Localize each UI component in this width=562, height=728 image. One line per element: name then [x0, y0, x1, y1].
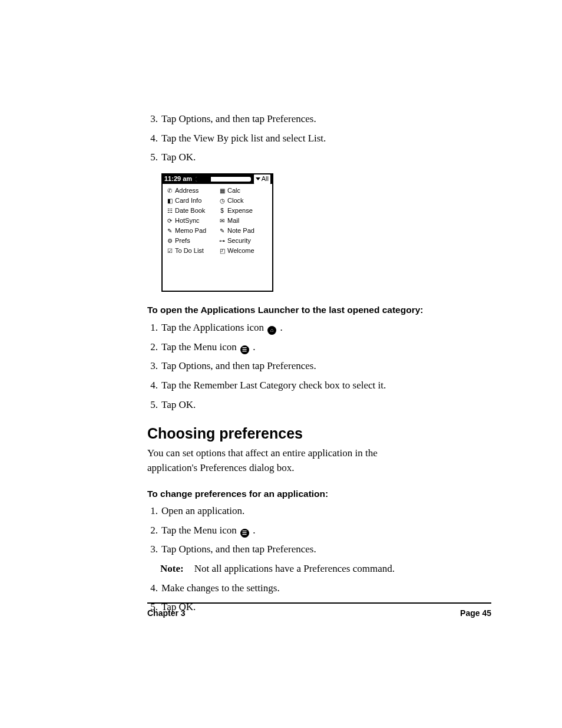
list-marker: 3.	[147, 112, 158, 127]
app-label: Security	[227, 236, 251, 246]
list-item: 5. Tap OK.	[147, 150, 491, 165]
category-picker[interactable]: All	[254, 174, 270, 184]
list-item: 3. Tap Options, and then tap Preferences…	[147, 359, 491, 374]
app-list: ✆Address◧Card Info☷Date Book⟳HotSync✎Mem…	[163, 184, 272, 291]
note-block: Note: Not all applications have a Prefer…	[160, 562, 491, 577]
list-item: 3. Tap Options, and then tap Preferences…	[147, 542, 491, 557]
todo-icon: ☑	[166, 248, 173, 254]
list-marker: 5.	[147, 150, 158, 165]
note-text: Not all applications have a Preferences …	[194, 562, 395, 577]
app-launcher-item[interactable]: ☑To Do List	[166, 246, 216, 256]
ordered-list-top: 3. Tap Options, and then tap Preferences…	[147, 112, 491, 165]
document-page: 3. Tap Options, and then tap Preferences…	[0, 0, 562, 728]
battery-fill	[196, 177, 211, 182]
calc-icon: ▦	[219, 187, 226, 194]
memopad-icon: ✎	[166, 228, 173, 234]
list-text: Tap the View By pick list and select Lis…	[161, 131, 491, 146]
list-marker: 1.	[147, 504, 158, 519]
app-label: Memo Pad	[175, 226, 206, 236]
app-launcher-item[interactable]: ☷Date Book	[166, 206, 216, 216]
datebook-icon: ☷	[166, 207, 173, 214]
mail-icon: ✉	[219, 218, 226, 224]
chevron-down-icon	[256, 177, 260, 180]
footer-page-number: Page 45	[460, 607, 491, 619]
app-label: HotSync	[175, 216, 200, 226]
app-column-right: ▦Calc◷Clock$Expense✉Mail✎Note Pad⊶Securi…	[219, 186, 269, 256]
app-launcher-item[interactable]: $Expense	[219, 206, 269, 216]
category-label: All	[262, 174, 269, 184]
section-paragraph: You can set options that affect an entir…	[147, 446, 430, 475]
security-icon: ⊶	[219, 238, 226, 244]
app-launcher-item[interactable]: ◰Welcome	[219, 246, 269, 256]
phone-icon: ✆	[166, 187, 173, 194]
app-launcher-item[interactable]: ⊶Security	[219, 236, 269, 246]
app-launcher-item[interactable]: ✉Mail	[219, 216, 269, 226]
list-marker: 2.	[147, 340, 158, 355]
list-text: Tap OK.	[161, 150, 491, 165]
app-label: Expense	[227, 206, 253, 216]
list-marker: 2.	[147, 523, 158, 538]
list-text: Tap Options, and then tap Preferences.	[161, 112, 491, 127]
ordered-list-change-prefs: 1. Open an application. 2. Tap the Menu …	[147, 504, 491, 557]
list-item: 3. Tap Options, and then tap Preferences…	[147, 112, 491, 127]
app-launcher-item[interactable]: ⚙Prefs	[166, 236, 216, 246]
app-launcher-item[interactable]: ✎Memo Pad	[166, 226, 216, 236]
app-column-left: ✆Address◧Card Info☷Date Book⟳HotSync✎Mem…	[166, 186, 216, 256]
battery-bar	[196, 177, 251, 182]
app-launcher-item[interactable]: ✎Note Pad	[219, 226, 269, 236]
app-label: Prefs	[175, 236, 190, 246]
list-text: Tap the Remember Last Category check box…	[161, 378, 491, 393]
palm-launcher-figure: 11:29 am All ✆Address◧Card Info☷Date Boo…	[161, 173, 273, 292]
list-marker: 3.	[147, 542, 158, 557]
section-title-choosing-preferences: Choosing preferences	[147, 423, 491, 444]
list-text: Open an application.	[161, 504, 491, 519]
device-time: 11:29 am	[164, 174, 192, 184]
list-text: Tap the Applications icon ⌂ .	[161, 321, 491, 335]
expense-icon: $	[219, 207, 226, 214]
menu-icon: ☰	[240, 529, 249, 538]
app-label: Clock	[227, 196, 244, 206]
app-label: Note Pad	[227, 226, 254, 236]
app-launcher-item[interactable]: ✆Address	[166, 186, 216, 196]
list-item: 2. Tap the Menu icon ☰ .	[147, 340, 491, 355]
procedure-heading-open-last-category: To open the Applications Launcher to the…	[147, 304, 491, 317]
footer-chapter: Chapter 3	[147, 607, 186, 619]
app-label: Address	[175, 186, 199, 196]
list-marker: 4.	[147, 378, 158, 393]
app-launcher-item[interactable]: ◷Clock	[219, 196, 269, 206]
app-label: Calc	[227, 186, 240, 196]
app-label: Mail	[227, 216, 239, 226]
app-launcher-item[interactable]: ▦Calc	[219, 186, 269, 196]
list-marker: 1.	[147, 321, 158, 335]
device-header: 11:29 am All	[163, 174, 272, 184]
list-item: 1. Open an application.	[147, 504, 491, 519]
list-item: 4. Make changes to the settings.	[147, 581, 491, 596]
welcome-icon: ◰	[219, 248, 226, 254]
list-item: 2. Tap the Menu icon ☰ .	[147, 523, 491, 538]
procedure-heading-change-prefs: To change preferences for an application…	[147, 487, 491, 500]
list-text: Make changes to the settings.	[161, 581, 491, 596]
list-text: Tap the Menu icon ☰ .	[161, 340, 491, 355]
app-launcher-item[interactable]: ◧Card Info	[166, 196, 216, 206]
note-label: Note:	[160, 562, 184, 577]
app-label: Date Book	[175, 206, 205, 216]
app-launcher-item[interactable]: ⟳HotSync	[166, 216, 216, 226]
footer-rule	[147, 602, 491, 604]
list-text: Tap the Menu icon ☰ .	[161, 523, 491, 538]
page-footer: Chapter 3 Page 45	[147, 602, 491, 619]
list-item: 4. Tap the View By pick list and select …	[147, 131, 491, 146]
list-marker: 5.	[147, 398, 158, 413]
list-text: Tap Options, and then tap Preferences.	[161, 542, 491, 557]
list-text: Tap OK.	[161, 398, 491, 413]
footer-row: Chapter 3 Page 45	[147, 607, 491, 619]
notepad-icon: ✎	[219, 228, 226, 234]
app-label: Card Info	[175, 196, 201, 206]
list-marker: 4.	[147, 131, 158, 146]
hotsync-icon: ⟳	[166, 218, 173, 224]
app-label: Welcome	[227, 246, 254, 256]
list-item: 5. Tap OK.	[147, 398, 491, 413]
menu-icon: ☰	[240, 345, 249, 354]
prefs-icon: ⚙	[166, 238, 173, 244]
list-item: 4. Tap the Remember Last Category check …	[147, 378, 491, 393]
applications-icon: ⌂	[267, 326, 276, 335]
